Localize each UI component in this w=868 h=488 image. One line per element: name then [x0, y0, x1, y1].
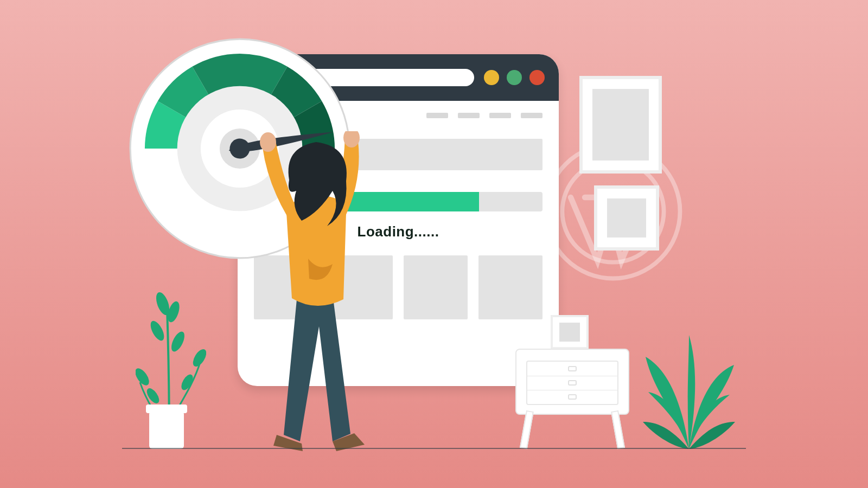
svg-point-14: [144, 386, 161, 405]
person-illustration: [238, 131, 400, 451]
window-controls: [484, 70, 545, 85]
illustration-stage: Loading......: [0, 0, 868, 488]
wall-frame: [594, 185, 659, 251]
close-dot-icon[interactable]: [529, 70, 545, 85]
svg-point-13: [190, 347, 206, 369]
thumbnail: [478, 255, 542, 319]
minimize-dot-icon[interactable]: [484, 70, 499, 85]
svg-point-11: [169, 330, 187, 354]
ground-line: [122, 448, 746, 449]
svg-point-16: [260, 132, 276, 152]
desk-picture-frame: [551, 315, 589, 349]
maximize-dot-icon[interactable]: [507, 70, 522, 85]
plant-right-icon: [637, 313, 741, 449]
svg-point-10: [148, 319, 167, 343]
plant-pot: [149, 411, 184, 449]
wall-frame: [579, 76, 662, 174]
svg-point-12: [136, 366, 152, 388]
side-table: [515, 349, 629, 449]
thumbnail: [404, 255, 468, 319]
